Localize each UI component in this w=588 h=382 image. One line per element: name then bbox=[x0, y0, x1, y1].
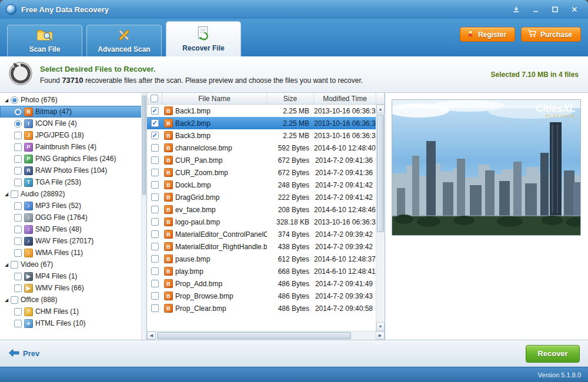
file-row[interactable]: BMaterialEditor_RightHandle.bmp438 Bytes… bbox=[147, 240, 376, 253]
file-checkbox[interactable] bbox=[151, 304, 159, 312]
register-button[interactable]: Register bbox=[460, 27, 515, 42]
tree-checkbox[interactable] bbox=[14, 226, 22, 233]
file-checkbox[interactable] bbox=[151, 243, 159, 250]
file-checkbox[interactable] bbox=[151, 156, 159, 164]
horizontal-scrollbar[interactable]: ◀ ▶ bbox=[147, 331, 385, 340]
tree-item[interactable]: JJPG/JPEG (18) bbox=[0, 129, 146, 141]
tree-item[interactable]: PPaintbrush Files (4) bbox=[0, 141, 146, 153]
file-row[interactable]: Bchannelclose.bmp592 Bytes2014-6-10 12:4… bbox=[147, 142, 376, 154]
file-row[interactable]: ✓BBack2.bmp2.25 MB2013-10-16 06:36:3 bbox=[147, 117, 376, 129]
minimize-button[interactable] bbox=[528, 4, 543, 15]
tree-item[interactable]: eHTML Files (10) bbox=[0, 317, 146, 329]
file-checkbox[interactable] bbox=[151, 255, 159, 263]
tree-checkbox[interactable] bbox=[14, 284, 22, 292]
column-file-name[interactable]: File Name bbox=[162, 93, 267, 104]
expand-arrow-icon[interactable]: ◢ bbox=[2, 262, 11, 267]
tree-checkbox[interactable] bbox=[11, 96, 18, 104]
tree-item[interactable]: ?CHM Files (1) bbox=[0, 306, 146, 317]
expand-arrow-icon[interactable]: ◢ bbox=[2, 192, 11, 197]
maximize-button[interactable] bbox=[547, 4, 563, 15]
recover-button[interactable]: Recover bbox=[526, 345, 580, 363]
prev-button[interactable]: Prev bbox=[8, 349, 39, 359]
tree-checkbox[interactable] bbox=[14, 214, 22, 222]
file-row[interactable]: Blogo-paul.bmp328.18 KB2013-10-16 06:36:… bbox=[147, 216, 376, 228]
file-checkbox[interactable]: ✓ bbox=[151, 107, 159, 115]
purchase-button[interactable]: Purchase bbox=[521, 27, 581, 42]
tree-scrollbar[interactable] bbox=[141, 93, 146, 340]
tree-checkbox[interactable] bbox=[14, 273, 22, 280]
tree-item[interactable]: ♪MP3 Files (52) bbox=[0, 200, 146, 212]
tree-item[interactable]: ♪WAV Files (27017) bbox=[0, 235, 146, 247]
column-size[interactable]: Size bbox=[267, 93, 314, 104]
file-row[interactable]: BProp_Browse.bmp486 Bytes2014-7-2 09:39:… bbox=[147, 290, 376, 302]
export-icon[interactable] bbox=[509, 4, 524, 15]
vertical-scrollbar[interactable]: ▲ ▼ bbox=[376, 105, 385, 331]
tree-checkbox[interactable] bbox=[14, 179, 22, 186]
tree-item[interactable]: ▶MP4 Files (1) bbox=[0, 270, 146, 282]
scroll-left-arrow-icon[interactable]: ◀ bbox=[147, 331, 156, 340]
tree-item[interactable]: IICON File (4) bbox=[0, 118, 146, 129]
tree-checkbox[interactable] bbox=[14, 202, 22, 210]
file-checkbox[interactable] bbox=[151, 193, 159, 201]
file-checkbox[interactable] bbox=[151, 280, 159, 287]
file-checkbox[interactable] bbox=[151, 218, 159, 226]
file-row[interactable]: BProp_Add.bmp486 Bytes2014-7-2 09:41:49 bbox=[147, 277, 376, 290]
file-checkbox[interactable] bbox=[151, 169, 159, 176]
tree-item[interactable]: ◢Audio (28892) bbox=[0, 188, 146, 200]
column-modified-time[interactable]: Modified Time bbox=[314, 93, 376, 104]
file-row[interactable]: Bpause.bmp612 Bytes2014-6-10 12:48:37 bbox=[147, 253, 376, 265]
tree-checkbox[interactable] bbox=[14, 120, 22, 128]
file-row[interactable]: BProp_Clear.bmp486 Bytes2014-7-2 09:40:5… bbox=[147, 302, 376, 314]
close-button[interactable] bbox=[567, 4, 582, 15]
file-row[interactable]: BCUR_Pan.bmp672 Bytes2014-7-2 09:41:36 bbox=[147, 154, 376, 166]
file-checkbox[interactable]: ✓ bbox=[151, 119, 159, 127]
file-row[interactable]: BDockL.bmp248 Bytes2014-7-2 09:41:42 bbox=[147, 179, 376, 191]
file-checkbox[interactable] bbox=[151, 230, 159, 238]
expand-arrow-icon[interactable]: ◢ bbox=[2, 297, 11, 303]
file-row[interactable]: BDragGrid.bmp222 Bytes2014-7-2 09:41:42 bbox=[147, 191, 376, 203]
scroll-up-arrow-icon[interactable]: ▲ bbox=[376, 105, 385, 113]
tree-checkbox[interactable] bbox=[14, 308, 22, 316]
file-checkbox[interactable] bbox=[151, 292, 159, 300]
tree-item[interactable]: TTGA File (253) bbox=[0, 176, 146, 188]
tree-item[interactable]: BBitmap (47) bbox=[0, 106, 146, 118]
tree-checkbox[interactable] bbox=[14, 108, 22, 116]
tree-checkbox[interactable] bbox=[14, 249, 22, 257]
tree-item[interactable]: RRAW Photo Files (104) bbox=[0, 165, 146, 176]
file-row[interactable]: Bev_face.bmp208 Bytes2014-6-10 12:48:46 bbox=[147, 203, 376, 216]
tree-checkbox[interactable] bbox=[11, 296, 18, 304]
scroll-down-arrow-icon[interactable]: ▼ bbox=[376, 322, 385, 331]
tree-item[interactable]: ◢Photo (676) bbox=[0, 94, 146, 106]
file-row[interactable]: BCUR_Zoom.bmp672 Bytes2014-7-2 09:41:36 bbox=[147, 166, 376, 179]
tree-checkbox[interactable] bbox=[11, 261, 18, 269]
tree-item[interactable]: ♪SND Files (48) bbox=[0, 223, 146, 235]
tab-scan-file[interactable]: Scan File bbox=[7, 25, 82, 56]
file-row[interactable]: BMaterialEditor_ControlPanelCa...374 Byt… bbox=[147, 228, 376, 240]
file-checkbox[interactable] bbox=[151, 206, 159, 213]
file-checkbox[interactable] bbox=[151, 267, 159, 275]
tree-checkbox[interactable] bbox=[14, 132, 22, 139]
select-all-checkbox[interactable] bbox=[151, 95, 158, 102]
tree-scrollbar-thumb[interactable] bbox=[142, 95, 146, 195]
tree-checkbox[interactable] bbox=[14, 320, 22, 327]
tree-checkbox[interactable] bbox=[11, 190, 18, 198]
tree-checkbox[interactable] bbox=[14, 237, 22, 245]
file-row[interactable]: ✓BBack3.bmp2.25 MB2013-10-16 06:36:3 bbox=[147, 129, 376, 142]
tree-item[interactable]: ♪WMA Files (11) bbox=[0, 247, 146, 259]
tab-advanced-scan[interactable]: Advanced Scan bbox=[86, 25, 162, 56]
tree-checkbox[interactable] bbox=[14, 167, 22, 175]
tree-item[interactable]: PPNG Graphics Files (246) bbox=[0, 153, 146, 165]
expand-arrow-icon[interactable]: ◢ bbox=[2, 98, 11, 103]
horizontal-scrollbar-thumb[interactable] bbox=[157, 332, 351, 339]
tree-item[interactable]: ♪OGG File (1764) bbox=[0, 212, 146, 223]
file-checkbox[interactable] bbox=[151, 144, 159, 152]
tree-item[interactable]: ◢Video (67) bbox=[0, 259, 146, 270]
tree-item[interactable]: ◢Office (888) bbox=[0, 294, 146, 306]
scroll-right-arrow-icon[interactable]: ▶ bbox=[376, 331, 385, 340]
file-checkbox[interactable]: ✓ bbox=[151, 132, 159, 139]
tree-checkbox[interactable] bbox=[14, 143, 22, 151]
vertical-scrollbar-thumb[interactable] bbox=[377, 115, 384, 232]
file-checkbox[interactable] bbox=[151, 181, 159, 189]
file-row[interactable]: ✓BBack1.bmp2.25 MB2013-10-16 06:36:3 bbox=[147, 105, 376, 117]
tab-recover-file[interactable]: Recover File bbox=[166, 21, 241, 56]
